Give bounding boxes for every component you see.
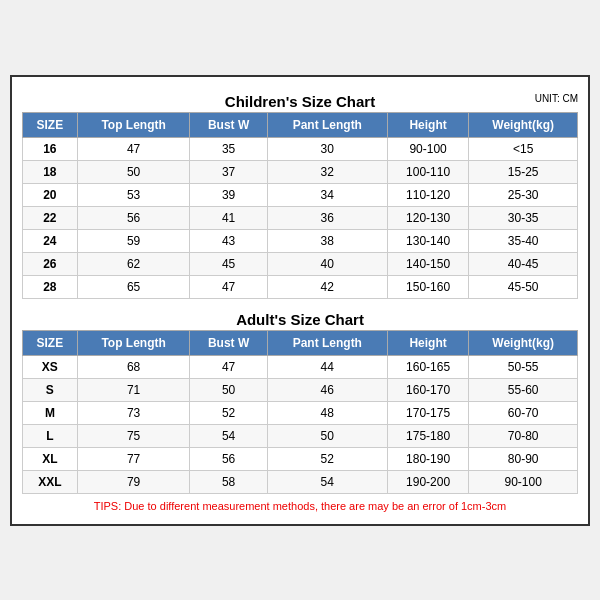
table-cell: 54 [267,470,387,493]
table-cell: 79 [77,470,190,493]
table-cell: 36 [267,206,387,229]
table-row: 28654742150-16045-50 [23,275,578,298]
table-cell: 46 [267,378,387,401]
table-cell: 24 [23,229,78,252]
table-cell: 50 [190,378,267,401]
table-cell: 71 [77,378,190,401]
table-cell: 65 [77,275,190,298]
table-cell: 75 [77,424,190,447]
table-cell: 90-100 [387,137,468,160]
children-col-header: Height [387,112,468,137]
table-cell: 180-190 [387,447,468,470]
table-row: L755450175-18070-80 [23,424,578,447]
table-row: 20533934110-12025-30 [23,183,578,206]
table-row: XS684744160-16550-55 [23,355,578,378]
table-row: 24594338130-14035-40 [23,229,578,252]
table-row: 26624540140-15040-45 [23,252,578,275]
table-cell: 42 [267,275,387,298]
children-col-header: Pant Length [267,112,387,137]
adult-table: SIZETop LengthBust WPant LengthHeightWei… [22,330,578,494]
table-cell: M [23,401,78,424]
table-cell: L [23,424,78,447]
table-row: M735248170-17560-70 [23,401,578,424]
table-cell: 50 [77,160,190,183]
table-cell: 70-80 [469,424,578,447]
table-cell: 16 [23,137,78,160]
table-cell: 54 [190,424,267,447]
table-cell: 170-175 [387,401,468,424]
children-col-header: Bust W [190,112,267,137]
table-cell: 18 [23,160,78,183]
table-cell: 160-170 [387,378,468,401]
table-cell: 47 [190,275,267,298]
table-row: 18503732100-11015-25 [23,160,578,183]
table-cell: 190-200 [387,470,468,493]
table-cell: 25-30 [469,183,578,206]
children-table: SIZETop LengthBust WPant LengthHeightWei… [22,112,578,299]
adult-col-header: Pant Length [267,330,387,355]
table-cell: <15 [469,137,578,160]
table-cell: 56 [77,206,190,229]
table-cell: 40-45 [469,252,578,275]
table-cell: 59 [77,229,190,252]
children-col-header: Top Length [77,112,190,137]
adult-col-header: Top Length [77,330,190,355]
table-cell: 35 [190,137,267,160]
table-cell: 34 [267,183,387,206]
children-col-header: SIZE [23,112,78,137]
table-cell: 150-160 [387,275,468,298]
table-row: 22564136120-13030-35 [23,206,578,229]
table-cell: 160-165 [387,355,468,378]
table-cell: 62 [77,252,190,275]
adult-section-title: Adult's Size Chart [22,305,578,330]
adult-col-header: Bust W [190,330,267,355]
table-cell: 39 [190,183,267,206]
table-cell: 73 [77,401,190,424]
table-cell: 43 [190,229,267,252]
table-row: 1647353090-100<15 [23,137,578,160]
table-cell: 100-110 [387,160,468,183]
table-cell: 32 [267,160,387,183]
table-cell: 30 [267,137,387,160]
table-cell: 50 [267,424,387,447]
table-cell: 60-70 [469,401,578,424]
table-cell: 68 [77,355,190,378]
table-cell: 120-130 [387,206,468,229]
table-cell: XL [23,447,78,470]
table-cell: S [23,378,78,401]
table-cell: 52 [267,447,387,470]
table-cell: 41 [190,206,267,229]
table-cell: 50-55 [469,355,578,378]
adult-col-header: SIZE [23,330,78,355]
table-cell: 52 [190,401,267,424]
table-cell: 56 [190,447,267,470]
table-cell: 45 [190,252,267,275]
table-row: S715046160-17055-60 [23,378,578,401]
table-row: XL775652180-19080-90 [23,447,578,470]
adult-header-row: SIZETop LengthBust WPant LengthHeightWei… [23,330,578,355]
table-cell: 22 [23,206,78,229]
unit-label: UNIT: CM [535,93,578,104]
adult-col-header: Height [387,330,468,355]
table-cell: 175-180 [387,424,468,447]
table-cell: 110-120 [387,183,468,206]
tips-text: TIPS: Due to different measurement metho… [22,494,578,514]
children-col-header: Weight(kg) [469,112,578,137]
table-cell: 130-140 [387,229,468,252]
table-cell: 40 [267,252,387,275]
children-section-title: Children's Size Chart UNIT: CM [22,87,578,112]
table-cell: 80-90 [469,447,578,470]
children-header-row: SIZETop LengthBust WPant LengthHeightWei… [23,112,578,137]
table-cell: XXL [23,470,78,493]
table-cell: 55-60 [469,378,578,401]
table-cell: 53 [77,183,190,206]
table-cell: 90-100 [469,470,578,493]
table-cell: XS [23,355,78,378]
table-cell: 140-150 [387,252,468,275]
chart-container: Children's Size Chart UNIT: CM SIZETop L… [10,75,590,526]
table-cell: 35-40 [469,229,578,252]
table-cell: 45-50 [469,275,578,298]
table-cell: 26 [23,252,78,275]
table-cell: 30-35 [469,206,578,229]
children-title: Children's Size Chart [225,93,375,110]
